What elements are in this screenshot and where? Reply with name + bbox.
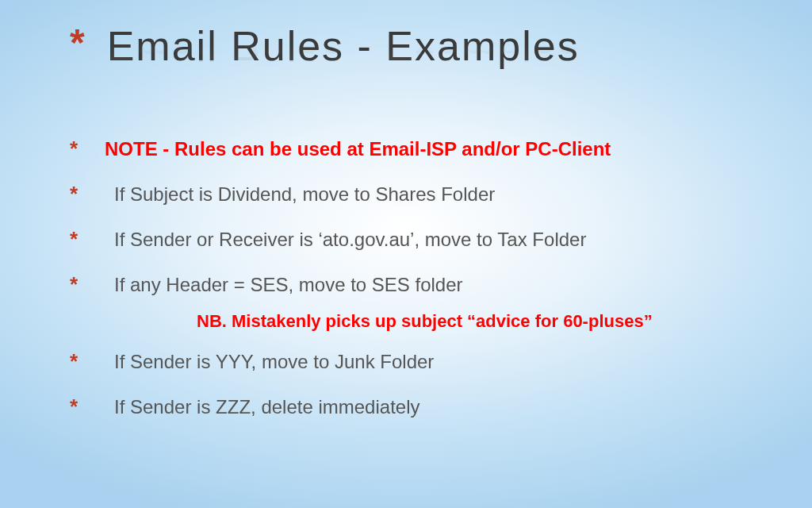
list-item: *NOTE - Rules can be used at Email-ISP a… [70,137,764,163]
asterisk-icon: * [70,135,105,163]
list-item-text: NOTE - Rules can be used at Email-ISP an… [105,137,611,162]
slide-title: Email Rules - Examples [107,22,580,70]
asterisk-icon: * [70,393,105,421]
list-item-text: If Sender is YYY, move to Junk Folder [114,349,434,375]
slide: * Email Rules - Examples *NOTE - Rules c… [0,0,812,508]
list-item: *If Sender is ZZZ, delete immediately [70,394,764,421]
sub-note: NB. Mistakenly picks up subject “advice … [197,311,764,332]
slide-body: *NOTE - Rules can be used at Email-ISP a… [70,137,764,441]
list-item-text: If Subject is Dividend, move to Shares F… [114,182,495,207]
list-item-text: If Sender is ZZZ, delete immediately [114,394,419,420]
list-item: *If Sender or Receiver is ‘ato.gov.au’, … [70,227,764,253]
asterisk-icon: * [70,180,105,208]
list-item: *If Subject is Dividend, move to Shares … [70,182,764,208]
list-item-text: If Sender or Receiver is ‘ato.gov.au’, m… [114,227,586,252]
asterisk-icon: * [70,24,85,62]
list-item: *If Sender is YYY, move to Junk Folder [70,349,764,375]
asterisk-icon: * [70,271,105,298]
title-row: * Email Rules - Examples [70,22,580,70]
list-item-text: If any Header = SES, move to SES folder [114,272,463,298]
asterisk-icon: * [70,225,105,253]
asterisk-icon: * [70,348,105,375]
list-item: *If any Header = SES, move to SES folder [70,272,764,298]
